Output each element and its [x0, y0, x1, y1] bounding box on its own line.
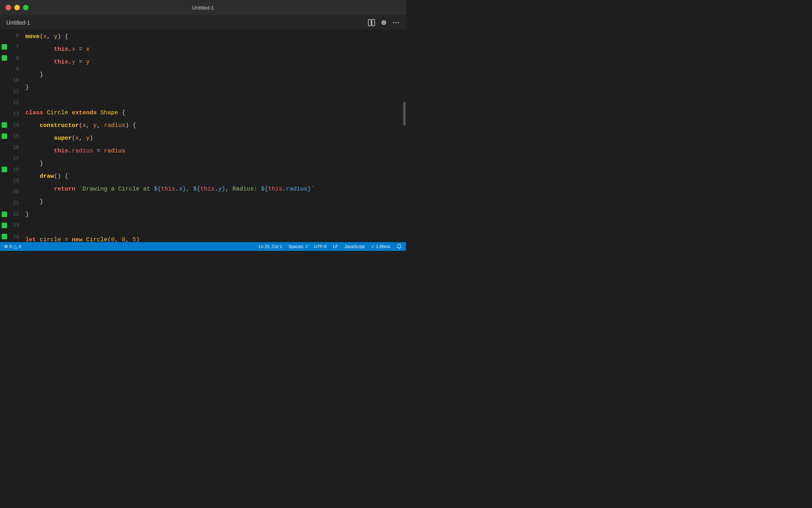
minimize-button[interactable] [14, 5, 20, 10]
line-num-23: 23 [10, 222, 19, 228]
line-num-13: 13 [10, 111, 19, 117]
line-num-9: 9 [10, 66, 19, 72]
warning-count: 0 [19, 244, 21, 249]
line-num-19: 19 [10, 178, 19, 184]
close-button[interactable] [6, 5, 11, 10]
line-num-21: 21 [10, 200, 19, 206]
gutter-line-18: 18 [0, 164, 22, 175]
header-icons [368, 19, 400, 26]
titlebar: Untitled-1 [0, 0, 406, 15]
line-num-18: 18 [10, 167, 19, 173]
breakpoint-8[interactable] [2, 55, 7, 61]
status-bar: ⊗ 0 △ 0 Ln 25, Col 1 Spaces: 2 UTF-8 LF … [0, 242, 406, 251]
code-editor[interactable]: move(x, y) { this.x = x this.y = y } } c… [22, 30, 403, 242]
breakpoint-18[interactable] [2, 167, 7, 172]
gutter-line-20: 20 [0, 187, 22, 198]
error-icon: ⊗ [4, 244, 8, 249]
cursor-position[interactable]: Ln 25, Col 1 [259, 244, 282, 249]
code-line-8: this.y = y [25, 56, 403, 68]
warning-icon: △ [13, 244, 17, 249]
indentation[interactable]: Spaces: 2 [289, 244, 308, 249]
code-line-16: } [25, 157, 403, 170]
gutter-line-14: 14 [0, 119, 22, 131]
breakpoint-24[interactable] [2, 234, 7, 239]
code-line-7: this.x = x [25, 43, 403, 56]
breakpoint-14[interactable] [2, 122, 7, 128]
editor-container: 6 7 8 9 10 11 12 13 [0, 30, 406, 242]
status-bar-right: Ln 25, Col 1 Spaces: 2 UTF-8 LF JavaScri… [259, 244, 402, 249]
language-mode[interactable]: JavaScript [345, 244, 365, 249]
gutter-line-21: 21 [0, 198, 22, 209]
svg-point-5 [398, 22, 399, 23]
line-num-7: 7 [10, 44, 19, 50]
scrollbar-thumb[interactable] [403, 102, 406, 125]
line-num-11: 11 [10, 89, 19, 94]
svg-point-2 [382, 21, 386, 25]
svg-rect-0 [368, 19, 371, 26]
code-line-19: } [25, 195, 403, 208]
line-num-10: 10 [10, 77, 19, 83]
gutter-line-17: 17 [0, 153, 22, 164]
encoding[interactable]: UTF-8 [314, 244, 326, 249]
code-line-15: this.radius = radius [25, 144, 403, 157]
dot-icon[interactable] [381, 20, 386, 25]
line-num-15: 15 [10, 133, 19, 139]
code-line-11 [25, 94, 403, 106]
gutter-line-10: 10 [0, 75, 22, 86]
gutter-line-19: 19 [0, 175, 22, 186]
code-line-22: let circle = new Circle(0, 0, 5) [25, 233, 403, 242]
gutter-line-11: 11 [0, 86, 22, 97]
code-line-17: draw() { [25, 170, 403, 183]
window-title: Untitled-1 [192, 5, 214, 11]
svg-point-4 [396, 22, 397, 23]
gutter-line-22: 22 [0, 209, 22, 220]
error-count: 0 [10, 244, 12, 249]
svg-rect-1 [372, 19, 375, 26]
notifications-icon[interactable] [396, 244, 402, 249]
split-editor-icon[interactable] [368, 19, 375, 26]
traffic-lights [6, 5, 29, 10]
gutter-line-9: 9 [0, 64, 22, 75]
gutter-line-13: 13 [0, 108, 22, 119]
scrollbar-track[interactable] [403, 30, 406, 242]
gutter-line-8: 8 [0, 52, 22, 64]
line-num-6: 6 [10, 33, 19, 39]
line-num-8: 8 [10, 55, 19, 61]
line-ending[interactable]: LF [333, 244, 338, 249]
code-line-12: class Circle extends Shape { [25, 106, 403, 119]
breakpoint-15[interactable] [2, 133, 7, 139]
line-num-12: 12 [10, 100, 19, 106]
gutter-line-6: 6 [0, 30, 22, 41]
gutter-line-15: 15 [0, 131, 22, 142]
code-line-14: super(x, y) [25, 132, 403, 144]
maximize-button[interactable] [23, 5, 29, 10]
breakpoint-22[interactable] [2, 212, 7, 217]
line-num-17: 17 [10, 156, 19, 162]
line-num-16: 16 [10, 144, 19, 150]
svg-point-3 [393, 22, 395, 23]
breakpoint-7[interactable] [2, 44, 7, 50]
line-numbers-gutter: 6 7 8 9 10 11 12 13 [0, 30, 22, 242]
code-line-10: } [25, 81, 403, 94]
gutter-line-7: 7 [0, 41, 22, 52]
breakpoint-23[interactable] [2, 223, 7, 228]
code-line-9: } [25, 68, 403, 81]
line-num-24: 24 [10, 234, 19, 240]
header-bar: Untitled-1 [0, 15, 406, 30]
gutter-line-23: 23 [0, 220, 22, 231]
line-num-22: 22 [10, 211, 19, 217]
errors-indicator[interactable]: ⊗ 0 △ 0 [4, 244, 21, 249]
more-options-icon[interactable] [393, 19, 400, 26]
code-line-18: return `Drawing a Circle at ${this.x}, $… [25, 183, 403, 195]
gutter-line-24: 24 [0, 231, 22, 242]
line-num-14: 14 [10, 122, 19, 128]
code-line-20: } [25, 208, 403, 221]
timing: ✓ 1.86ms [371, 244, 390, 249]
code-line-6: move(x, y) { [25, 30, 403, 43]
line-num-20: 20 [10, 189, 19, 195]
gutter-line-12: 12 [0, 97, 22, 108]
tab-filename[interactable]: Untitled-1 [6, 19, 30, 26]
status-bar-left: ⊗ 0 △ 0 [4, 244, 21, 249]
gutter-line-16: 16 [0, 142, 22, 153]
code-line-13: constructor(x, y, radius) { [25, 119, 403, 132]
